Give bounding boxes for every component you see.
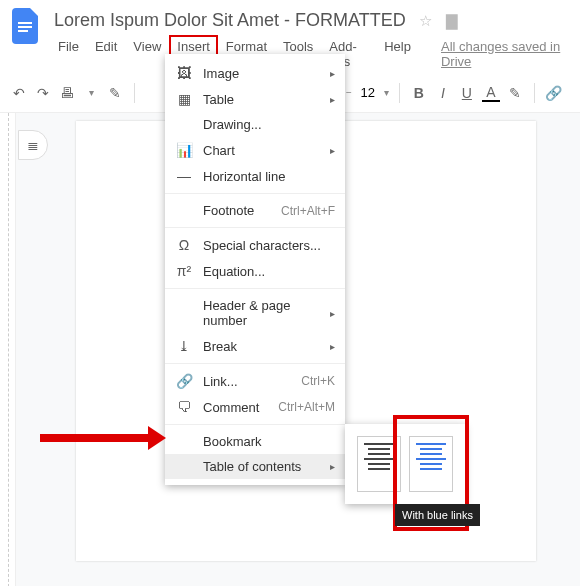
menu-item-label: Comment [203, 400, 268, 415]
menu-item-shortcut: Ctrl+Alt+M [278, 400, 335, 414]
insert-item-special-characters-[interactable]: ΩSpecial characters... [165, 232, 345, 258]
zoom-chevron-icon[interactable]: ▾ [82, 87, 100, 98]
submenu-arrow-icon: ▸ [330, 94, 335, 105]
italic-button[interactable]: I [434, 85, 452, 101]
menu-item-icon: Ω [175, 237, 193, 253]
underline-button[interactable]: U [458, 85, 476, 101]
folder-icon[interactable]: ▇ [446, 12, 458, 29]
menu-item-label: Table of contents [203, 459, 320, 474]
font-size-inc-icon[interactable]: ▾ [384, 87, 389, 98]
menu-item-icon: — [175, 168, 193, 184]
insert-item-header-page-number[interactable]: Header & page number▸ [165, 293, 345, 333]
insert-item-comment[interactable]: 🗨CommentCtrl+Alt+M [165, 394, 345, 420]
menu-item-label: Image [203, 66, 320, 81]
menu-item-icon: 🗨 [175, 399, 193, 415]
menu-item-label: Horizontal line [203, 169, 335, 184]
submenu-arrow-icon: ▸ [330, 145, 335, 156]
insert-dropdown: 🖼Image▸▦Table▸Drawing...📊Chart▸—Horizont… [165, 54, 345, 485]
menu-item-label: Bookmark [203, 434, 335, 449]
submenu-arrow-icon: ▸ [330, 341, 335, 352]
insert-item-footnote[interactable]: FootnoteCtrl+Alt+F [165, 198, 345, 223]
insert-item-break[interactable]: ⤓Break▸ [165, 333, 345, 359]
undo-icon[interactable]: ↶ [10, 85, 28, 101]
menu-item-label: Chart [203, 143, 320, 158]
submenu-arrow-icon: ▸ [330, 68, 335, 79]
menu-item-label: Special characters... [203, 238, 335, 253]
toc-tooltip: With blue links [395, 504, 480, 526]
submenu-arrow-icon: ▸ [330, 308, 335, 319]
text-color-button[interactable]: A [482, 84, 500, 102]
menu-item-icon: ⤓ [175, 338, 193, 354]
menu-item-label: Equation... [203, 264, 335, 279]
insert-item-table-of-contents[interactable]: Table of contents▸ [165, 454, 345, 479]
insert-item-image[interactable]: 🖼Image▸ [165, 60, 345, 86]
insert-item-equation-[interactable]: π²Equation... [165, 258, 345, 284]
redo-icon[interactable]: ↷ [34, 85, 52, 101]
annotation-arrow [40, 426, 166, 450]
menu-edit[interactable]: Edit [87, 35, 125, 73]
outline-toggle-icon[interactable]: ≣ [18, 130, 48, 160]
font-size-input[interactable] [356, 85, 380, 100]
docs-logo-icon[interactable] [8, 8, 44, 44]
menu-item-icon: 🔗 [175, 373, 193, 389]
menu-item-label: Drawing... [203, 117, 335, 132]
insert-item-drawing-[interactable]: Drawing... [165, 112, 345, 137]
paint-format-icon[interactable]: ✎ [106, 85, 124, 101]
menu-item-shortcut: Ctrl+Alt+F [281, 204, 335, 218]
menu-file[interactable]: File [50, 35, 87, 73]
insert-item-chart[interactable]: 📊Chart▸ [165, 137, 345, 163]
menu-item-label: Header & page number [203, 298, 320, 328]
insert-item-link-[interactable]: 🔗Link...Ctrl+K [165, 368, 345, 394]
menu-item-shortcut: Ctrl+K [301, 374, 335, 388]
insert-item-bookmark[interactable]: Bookmark [165, 429, 345, 454]
menu-item-icon: 🖼 [175, 65, 193, 81]
insert-link-icon[interactable]: 🔗 [545, 85, 563, 101]
svg-rect-2 [18, 30, 28, 32]
svg-rect-0 [18, 22, 32, 24]
menu-item-label: Break [203, 339, 320, 354]
print-icon[interactable]: 🖶 [58, 85, 76, 101]
doc-title[interactable]: Lorem Ispum Dolor Sit Amet - FORMATTED [50, 8, 410, 33]
menu-item-label: Footnote [203, 203, 271, 218]
svg-marker-4 [148, 426, 166, 450]
font-size-control[interactable]: − ▾ [346, 85, 389, 100]
menu-item-label: Table [203, 92, 320, 107]
menu-item-label: Link... [203, 374, 291, 389]
save-status[interactable]: All changes saved in Drive [433, 35, 572, 73]
insert-item-horizontal-line[interactable]: —Horizontal line [165, 163, 345, 189]
bold-button[interactable]: B [410, 85, 428, 101]
menu-view[interactable]: View [125, 35, 169, 73]
submenu-arrow-icon: ▸ [330, 461, 335, 472]
menu-help[interactable]: Help [376, 35, 419, 73]
star-icon[interactable]: ☆ [419, 12, 432, 29]
svg-rect-1 [18, 26, 32, 28]
menu-item-icon: ▦ [175, 91, 193, 107]
vertical-ruler [0, 113, 16, 586]
highlight-icon[interactable]: ✎ [506, 85, 524, 101]
menu-item-icon: π² [175, 263, 193, 279]
insert-item-table[interactable]: ▦Table▸ [165, 86, 345, 112]
font-size-dec-icon[interactable]: − [346, 87, 352, 98]
menu-item-icon: 📊 [175, 142, 193, 158]
